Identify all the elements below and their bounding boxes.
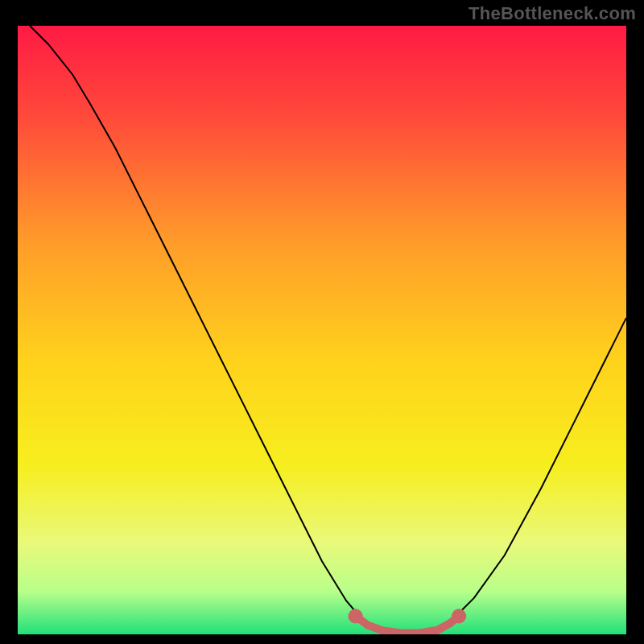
gradient-backdrop xyxy=(18,26,626,634)
watermark-text: TheBottleneck.com xyxy=(469,3,636,24)
chart-frame: TheBottleneck.com xyxy=(0,0,644,644)
chart-svg xyxy=(18,26,626,634)
plot-area xyxy=(18,26,626,634)
optimal-band-cap xyxy=(452,609,466,623)
optimal-band-cap xyxy=(349,609,363,623)
